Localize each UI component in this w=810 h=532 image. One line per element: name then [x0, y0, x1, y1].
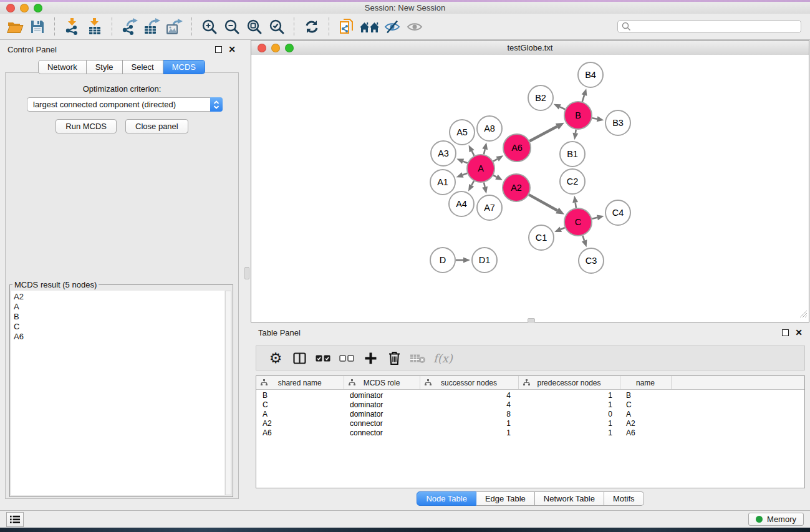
memory-button[interactable]: Memory — [748, 513, 804, 526]
column-header-name[interactable]: name — [620, 376, 671, 390]
delete-table-button[interactable] — [410, 349, 426, 367]
table-cell[interactable]: 1 — [518, 428, 620, 438]
select-all-button[interactable] — [315, 349, 331, 367]
mcds-result-item[interactable]: A2 — [11, 292, 224, 302]
table-settings-button[interactable]: ⚙ — [268, 349, 284, 367]
close-panel-button[interactable]: Close panel — [125, 119, 188, 133]
edge-A-A2[interactable] — [493, 175, 496, 177]
table-cell[interactable]: dominator — [344, 390, 420, 401]
tab-style[interactable]: Style — [87, 60, 123, 74]
edge-C-C4[interactable] — [592, 218, 597, 219]
column-header-predecessor-nodes[interactable]: predecessor nodes — [518, 376, 620, 390]
zoom-out-button[interactable] — [223, 16, 241, 37]
zoom-window-button[interactable] — [34, 4, 42, 12]
table-cell[interactable]: A — [620, 410, 671, 419]
show-graphics-details-button[interactable] — [405, 16, 424, 37]
edge-C-C3[interactable] — [582, 236, 584, 241]
minimize-window-button[interactable] — [271, 44, 280, 52]
criterion-dropdown[interactable]: largest connected component (directed) — [27, 97, 223, 112]
run-mcds-button[interactable]: Run MCDS — [55, 119, 117, 133]
edge-C-C2[interactable] — [576, 203, 576, 208]
edge-C-C1[interactable] — [561, 228, 565, 230]
tab-network-table[interactable]: Network Table — [535, 491, 604, 506]
mcds-result-item[interactable]: B — [11, 312, 224, 322]
close-icon[interactable]: ✕ — [795, 328, 803, 337]
edge-A-A4[interactable] — [471, 181, 474, 185]
edge-A-A1[interactable] — [463, 173, 467, 175]
table-row[interactable]: A2connector11A2 — [256, 419, 804, 428]
open-session-button[interactable] — [6, 16, 24, 37]
table-cell[interactable]: 1 — [420, 419, 518, 428]
table-cell[interactable]: B — [256, 390, 344, 401]
table-cell[interactable]: dominator — [344, 410, 420, 419]
mcds-result-list[interactable]: A2ABCA6 — [11, 291, 224, 495]
save-session-button[interactable] — [28, 16, 47, 37]
edge-A2-C[interactable] — [529, 195, 557, 210]
float-icon[interactable] — [782, 329, 789, 336]
edge-A-A8[interactable] — [484, 149, 485, 154]
table-row[interactable]: Bdominator41B — [256, 390, 804, 401]
table-cell[interactable]: A6 — [256, 428, 344, 438]
export-image-button[interactable] — [165, 16, 184, 37]
export-network-button[interactable] — [120, 16, 139, 37]
column-header-successor-nodes[interactable]: successor nodes — [420, 376, 518, 390]
table-row[interactable]: Adominator80A — [256, 410, 804, 419]
table-cell[interactable]: A — [256, 410, 344, 419]
import-network-button[interactable] — [63, 16, 82, 37]
table-cell[interactable]: dominator — [344, 400, 420, 410]
table-cell[interactable]: 1 — [420, 428, 518, 438]
table-row[interactable]: A6connector11A6 — [256, 428, 804, 438]
table-cell[interactable]: A6 — [620, 428, 671, 438]
table-cell[interactable]: 0 — [518, 410, 620, 419]
zoom-fit-button[interactable] — [245, 16, 264, 37]
edge-B-B4[interactable] — [582, 95, 584, 102]
minimize-window-button[interactable] — [20, 4, 29, 12]
table-cell[interactable]: A2 — [256, 419, 344, 428]
search-input[interactable] — [617, 20, 801, 33]
result-list-scrollbar[interactable] — [225, 291, 231, 495]
mcds-result-item[interactable]: A6 — [11, 332, 224, 342]
export-table-button[interactable] — [143, 16, 162, 37]
hide-graphics-details-button[interactable] — [383, 16, 402, 37]
import-table-button[interactable] — [85, 16, 104, 37]
edge-A-A6[interactable] — [493, 159, 498, 162]
table-cell[interactable]: C — [256, 400, 344, 410]
table-cell[interactable]: 1 — [518, 419, 620, 428]
network-canvas[interactable]: B4B2BB3A8A5A6A3B1AC2A1A2A4A7C4CC1DD1C3 — [251, 55, 809, 322]
deselect-all-button[interactable] — [339, 349, 355, 367]
column-header-mcds-role[interactable]: MCDS role — [344, 376, 420, 390]
add-column-button[interactable] — [362, 349, 378, 367]
zoom-window-button[interactable] — [285, 44, 294, 52]
table-row[interactable]: Cdominator41C — [256, 400, 804, 410]
table-cell[interactable]: 1 — [518, 390, 620, 401]
close-icon[interactable]: ✕ — [228, 45, 236, 54]
tab-network[interactable]: Network — [38, 60, 87, 74]
close-window-button[interactable] — [6, 4, 15, 12]
zoom-in-button[interactable] — [200, 16, 219, 37]
table-cell[interactable]: C — [620, 400, 671, 410]
float-icon[interactable] — [215, 46, 222, 53]
column-header-shared-name[interactable]: shared name — [256, 376, 344, 390]
edge-A-A7[interactable] — [484, 182, 485, 186]
edge-B-B3[interactable] — [592, 118, 597, 118]
delete-column-button[interactable] — [386, 349, 402, 367]
tab-motifs[interactable]: Motifs — [604, 491, 644, 506]
resize-grip-icon[interactable] — [799, 309, 808, 321]
splitter-handle[interactable] — [528, 318, 535, 322]
panel-divider-handle[interactable] — [244, 267, 249, 279]
edge-B-B1[interactable] — [576, 130, 576, 133]
tab-select[interactable]: Select — [123, 60, 163, 74]
refresh-button[interactable] — [302, 16, 321, 37]
mcds-result-item[interactable]: C — [11, 322, 224, 332]
zoom-selected-button[interactable] — [268, 16, 286, 37]
edge-A6-B[interactable] — [529, 127, 557, 141]
split-columns-button[interactable] — [291, 349, 307, 367]
mcds-result-item[interactable]: A — [11, 302, 224, 312]
table-cell[interactable]: B — [620, 390, 671, 401]
clone-network-button[interactable] — [337, 16, 356, 37]
table-cell[interactable]: A2 — [620, 419, 671, 428]
home-button[interactable] — [360, 16, 379, 37]
table-cell[interactable]: 4 — [420, 390, 518, 401]
edge-B-B2[interactable] — [560, 107, 565, 109]
close-window-button[interactable] — [258, 44, 266, 52]
